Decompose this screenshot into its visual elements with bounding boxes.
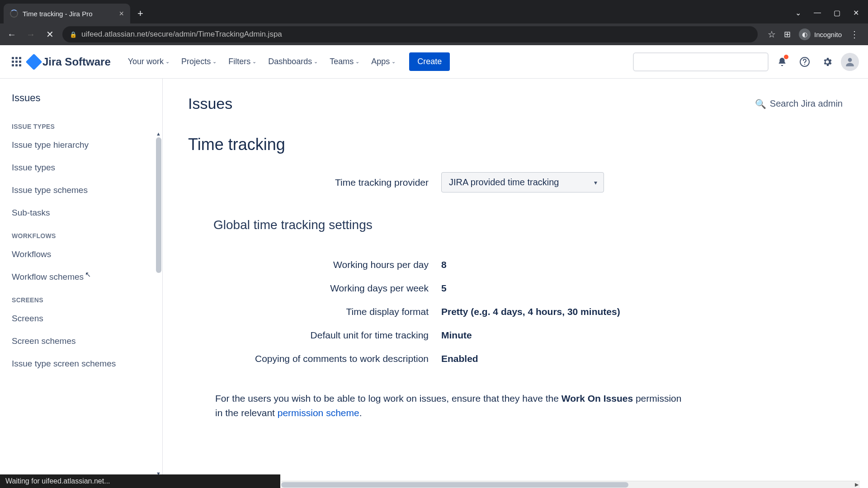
new-tab-button[interactable]: +: [130, 4, 151, 23]
back-button[interactable]: ←: [5, 28, 18, 41]
nav-dashboards[interactable]: Dashboards⌄: [264, 53, 322, 70]
jira-logo[interactable]: Jira Software: [28, 56, 111, 68]
permission-note: For the users you wish to be able to log…: [215, 391, 685, 420]
setting-value: Minute: [441, 330, 472, 341]
app-switcher-icon[interactable]: [9, 55, 24, 69]
scrollbar-thumb[interactable]: [281, 482, 628, 488]
minimize-icon[interactable]: ―: [814, 9, 821, 17]
extensions-icon[interactable]: ⊞: [784, 29, 791, 39]
search-input[interactable]: [633, 52, 769, 71]
chevron-down-icon: ⌄: [314, 59, 318, 65]
admin-search[interactable]: 🔍 Search Jira admin: [755, 99, 843, 109]
browser-toolbar: ← → ✕ 🔒 uifeed.atlassian.net/secure/admi…: [0, 23, 868, 45]
sidebar-section-issue-types: ISSUE TYPES: [0, 115, 154, 134]
setting-row: Copying of comments to work description …: [188, 353, 843, 364]
admin-sidebar: Issues ▲ ISSUE TYPES Issue type hierarch…: [0, 79, 163, 488]
url-text: uifeed.atlassian.net/secure/admin/TimeTr…: [81, 30, 282, 39]
setting-row: Time display format Pretty (e.g. 4 days,…: [188, 306, 843, 317]
sidebar-section-screens: SCREENS: [0, 288, 154, 307]
provider-select[interactable]: JIRA provided time tracking: [441, 172, 604, 192]
chevron-down-icon: ⌄: [212, 59, 217, 65]
setting-label: Time display format: [188, 306, 441, 317]
browser-status-bar: Waiting for uifeed.atlassian.net...: [0, 474, 280, 488]
sidebar-item-issue-type-screen-schemes[interactable]: Issue type screen schemes: [0, 352, 154, 375]
stop-reload-button[interactable]: ✕: [43, 28, 56, 41]
incognito-icon: ◐: [799, 28, 811, 40]
chevron-down-icon: ⌄: [252, 59, 256, 65]
tab-title: Time tracking - Jira Pro: [23, 10, 114, 18]
sidebar-item-issue-type-hierarchy[interactable]: Issue type hierarchy: [0, 134, 154, 156]
create-button[interactable]: Create: [409, 52, 450, 71]
product-name: Jira Software: [42, 56, 111, 68]
permission-scheme-link[interactable]: permission scheme: [278, 408, 359, 418]
nav-filters[interactable]: Filters⌄: [224, 53, 261, 70]
bookmark-star-icon[interactable]: ☆: [768, 29, 776, 40]
app-header: Jira Software Your work⌄ Projects⌄ Filte…: [0, 45, 868, 79]
sidebar-scroll[interactable]: ▲ ISSUE TYPES Issue type hierarchy Issue…: [0, 115, 162, 479]
nav-apps[interactable]: Apps⌄: [367, 53, 400, 70]
main-content: Issues 🔍 Search Jira admin Time tracking…: [163, 79, 868, 488]
horizontal-scrollbar[interactable]: ▶: [281, 481, 860, 488]
admin-search-label: Search Jira admin: [770, 99, 843, 109]
close-window-icon[interactable]: ✕: [853, 9, 859, 17]
sidebar-item-workflow-schemes[interactable]: Workflow schemes: [0, 266, 154, 288]
sidebar-item-sub-tasks[interactable]: Sub-tasks: [0, 202, 154, 224]
scrollbar-thumb[interactable]: [156, 137, 161, 273]
setting-value: 8: [441, 259, 447, 270]
lock-icon: 🔒: [70, 31, 77, 38]
forward-button[interactable]: →: [24, 28, 37, 41]
app-body: Issues ▲ ISSUE TYPES Issue type hierarch…: [0, 79, 868, 488]
maximize-icon[interactable]: ▢: [834, 9, 840, 17]
search-icon: 🔍: [755, 99, 766, 109]
setting-row: Working days per week 5: [188, 283, 843, 294]
browser-menu-icon[interactable]: ⋮: [850, 29, 859, 40]
chevron-down-icon: ⌄: [165, 59, 170, 65]
setting-label: Copying of comments to work description: [188, 353, 441, 364]
tab-dropdown-icon[interactable]: ⌄: [795, 9, 801, 17]
note-bold: Work On Issues: [561, 393, 633, 404]
nav-projects[interactable]: Projects⌄: [177, 53, 221, 70]
setting-label: Working days per week: [188, 283, 441, 294]
settings-icon[interactable]: [818, 53, 836, 71]
sidebar-item-workflows[interactable]: Workflows: [0, 243, 154, 266]
jira-mark-icon: [26, 53, 42, 70]
help-icon[interactable]: [796, 53, 814, 71]
scroll-right-icon[interactable]: ▶: [855, 482, 859, 488]
nav-teams[interactable]: Teams⌄: [325, 53, 364, 70]
global-settings-title: Global time tracking settings: [213, 218, 843, 232]
close-tab-icon[interactable]: ×: [119, 9, 124, 19]
sidebar-item-screens[interactable]: Screens: [0, 307, 154, 330]
page-title: Issues: [188, 95, 232, 113]
incognito-label: Incognito: [814, 31, 842, 38]
svg-point-1: [804, 64, 805, 65]
provider-row: Time tracking provider JIRA provided tim…: [188, 172, 843, 192]
sidebar-item-issue-types[interactable]: Issue types: [0, 156, 154, 179]
section-title: Time tracking: [188, 135, 843, 154]
setting-row: Working hours per day 8: [188, 259, 843, 270]
loading-spinner-icon: [10, 9, 18, 18]
provider-value: JIRA provided time tracking: [449, 177, 559, 187]
browser-tab[interactable]: Time tracking - Jira Pro ×: [4, 4, 130, 23]
profile-avatar[interactable]: [841, 53, 859, 71]
incognito-badge[interactable]: ◐ Incognito: [799, 28, 842, 40]
provider-label: Time tracking provider: [188, 177, 441, 188]
global-search[interactable]: 🔍: [633, 52, 769, 71]
nav-your-work[interactable]: Your work⌄: [123, 53, 174, 70]
setting-value: Enabled: [441, 353, 478, 364]
sidebar-item-screen-schemes[interactable]: Screen schemes: [0, 330, 154, 352]
sidebar-item-issue-type-schemes[interactable]: Issue type schemes: [0, 179, 154, 202]
sidebar-section-workflows: WORKFLOWS: [0, 224, 154, 243]
address-bar[interactable]: 🔒 uifeed.atlassian.net/secure/admin/Time…: [62, 26, 758, 42]
setting-label: Working hours per day: [188, 259, 441, 270]
svg-point-2: [848, 58, 852, 62]
primary-nav: Your work⌄ Projects⌄ Filters⌄ Dashboards…: [123, 53, 401, 70]
window-controls: ⌄ ― ▢ ✕: [795, 9, 868, 23]
sidebar-title: Issues: [0, 92, 162, 115]
setting-label: Default unit for time tracking: [188, 330, 441, 341]
chevron-down-icon: ⌄: [355, 59, 359, 65]
scroll-up-icon[interactable]: ▲: [156, 131, 161, 136]
chevron-down-icon: ⌄: [392, 59, 396, 65]
setting-value: 5: [441, 283, 447, 294]
browser-tab-strip: Time tracking - Jira Pro × + ⌄ ― ▢ ✕: [0, 0, 868, 23]
notifications-icon[interactable]: [773, 53, 791, 71]
